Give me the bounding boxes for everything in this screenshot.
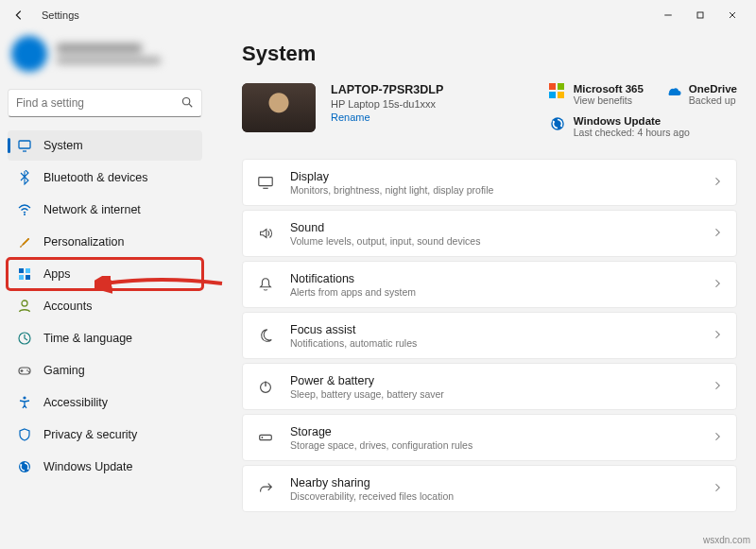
chevron-right-icon bbox=[712, 329, 723, 343]
card-display[interactable]: DisplayMonitors, brightness, night light… bbox=[242, 159, 737, 206]
card-title: Focus assist bbox=[290, 323, 417, 336]
status-update[interactable]: Windows UpdateLast checked: 4 hours ago bbox=[549, 115, 737, 138]
display-icon bbox=[256, 173, 275, 192]
card-power[interactable]: Power & batterySleep, battery usage, bat… bbox=[242, 363, 737, 410]
chevron-right-icon bbox=[712, 278, 723, 292]
status-title: OneDrive bbox=[689, 83, 737, 94]
card-sub: Storage space, drives, configuration rul… bbox=[290, 439, 472, 451]
device-info-row: LAPTOP-7PSR3DLP HP Laptop 15s-du1xxx Ren… bbox=[242, 83, 737, 138]
svg-rect-19 bbox=[549, 83, 556, 90]
power-icon bbox=[256, 377, 275, 396]
card-title: Power & battery bbox=[290, 374, 444, 387]
nav-list: System Bluetooth & devices Network & int… bbox=[8, 130, 202, 482]
sidebar-item-apps[interactable]: Apps bbox=[8, 259, 202, 289]
sidebar-item-label: System bbox=[43, 139, 83, 152]
maximize-icon bbox=[695, 9, 706, 21]
svg-rect-22 bbox=[558, 92, 564, 98]
status-onedrive[interactable]: OneDriveBacked up bbox=[664, 83, 737, 106]
chevron-right-icon bbox=[712, 176, 723, 190]
status-ms365[interactable]: Microsoft 365View benefits bbox=[549, 83, 644, 106]
close-icon bbox=[727, 9, 738, 21]
status-sub: Last checked: 4 hours ago bbox=[574, 127, 690, 138]
chevron-right-icon bbox=[712, 482, 723, 496]
sidebar-item-label: Gaming bbox=[43, 364, 85, 377]
card-storage[interactable]: StorageStorage space, drives, configurat… bbox=[242, 414, 737, 461]
sidebar-item-accessibility[interactable]: Accessibility bbox=[8, 387, 202, 418]
card-sub: Volume levels, output, input, sound devi… bbox=[290, 235, 480, 247]
sidebar-item-label: Network & internet bbox=[43, 203, 141, 216]
sidebar-item-label: Accessibility bbox=[43, 396, 108, 409]
sidebar-item-label: Accounts bbox=[43, 300, 92, 313]
apps-icon bbox=[17, 266, 32, 282]
titlebar: Settings bbox=[0, 0, 756, 30]
chevron-right-icon bbox=[712, 380, 723, 394]
onedrive-icon bbox=[664, 83, 681, 100]
search-box[interactable] bbox=[8, 89, 202, 117]
card-sub: Discoverability, received files location bbox=[290, 490, 454, 502]
sidebar-item-network[interactable]: Network & internet bbox=[8, 195, 202, 225]
sidebar-item-label: Bluetooth & devices bbox=[43, 171, 148, 184]
svg-rect-21 bbox=[549, 92, 556, 98]
accessibility-icon bbox=[17, 395, 32, 410]
card-title: Sound bbox=[290, 221, 480, 234]
search-input[interactable] bbox=[16, 96, 180, 110]
sidebar-item-label: Apps bbox=[43, 267, 71, 281]
sound-icon bbox=[256, 224, 275, 243]
sidebar-item-time[interactable]: Time & language bbox=[8, 323, 202, 353]
moon-icon bbox=[256, 326, 275, 345]
sidebar-item-personalization[interactable]: Personalization bbox=[8, 227, 202, 257]
sidebar-item-label: Time & language bbox=[43, 332, 132, 345]
bell-icon bbox=[256, 275, 275, 294]
update-icon bbox=[549, 115, 566, 132]
page-title: System bbox=[242, 42, 737, 66]
profile-block[interactable] bbox=[8, 30, 202, 81]
card-sub: Alerts from apps and system bbox=[290, 286, 416, 298]
close-button[interactable] bbox=[716, 2, 748, 28]
device-thumbnail bbox=[242, 83, 316, 132]
card-title: Display bbox=[290, 170, 493, 183]
card-sub: Notifications, automatic rules bbox=[290, 337, 417, 349]
brush-icon bbox=[17, 234, 32, 249]
user-icon bbox=[17, 299, 32, 314]
status-sub: View benefits bbox=[574, 94, 644, 106]
chevron-right-icon bbox=[712, 227, 723, 241]
sidebar-item-bluetooth[interactable]: Bluetooth & devices bbox=[8, 163, 202, 193]
shield-icon bbox=[17, 427, 32, 442]
card-sound[interactable]: SoundVolume levels, output, input, sound… bbox=[242, 210, 737, 257]
device-model: HP Laptop 15s-du1xxx bbox=[331, 98, 472, 110]
status-title: Windows Update bbox=[574, 115, 690, 127]
device-name: LAPTOP-7PSR3DLP bbox=[331, 83, 472, 96]
settings-card-list: DisplayMonitors, brightness, night light… bbox=[242, 159, 737, 512]
card-notifications[interactable]: NotificationsAlerts from apps and system bbox=[242, 261, 737, 308]
status-title: Microsoft 365 bbox=[574, 83, 644, 94]
watermark: wsxdn.com bbox=[703, 535, 750, 545]
sidebar-item-gaming[interactable]: Gaming bbox=[8, 355, 202, 386]
storage-icon bbox=[256, 428, 275, 447]
sidebar-item-system[interactable]: System bbox=[8, 130, 202, 161]
maximize-button[interactable] bbox=[684, 2, 716, 28]
sidebar: System Bluetooth & devices Network & int… bbox=[0, 30, 210, 549]
back-button[interactable] bbox=[8, 4, 30, 26]
avatar bbox=[11, 36, 47, 72]
sidebar-item-update[interactable]: Windows Update bbox=[8, 452, 202, 482]
card-title: Nearby sharing bbox=[290, 476, 454, 489]
minimize-button[interactable] bbox=[652, 2, 684, 28]
card-nearby-sharing[interactable]: Nearby sharingDiscoverability, received … bbox=[242, 465, 737, 512]
bluetooth-icon bbox=[17, 170, 32, 185]
share-icon bbox=[256, 479, 275, 498]
rename-link[interactable]: Rename bbox=[331, 112, 472, 123]
svg-rect-20 bbox=[558, 83, 564, 90]
clock-icon bbox=[17, 331, 32, 346]
wifi-icon bbox=[17, 202, 32, 217]
sidebar-item-privacy[interactable]: Privacy & security bbox=[8, 420, 202, 450]
sidebar-item-label: Windows Update bbox=[43, 460, 133, 473]
search-icon bbox=[180, 95, 194, 112]
update-icon bbox=[17, 459, 32, 474]
sidebar-item-label: Privacy & security bbox=[43, 428, 137, 441]
sidebar-item-accounts[interactable]: Accounts bbox=[8, 291, 202, 321]
window-title: Settings bbox=[42, 9, 79, 21]
card-sub: Monitors, brightness, night light, displ… bbox=[290, 184, 493, 196]
card-title: Notifications bbox=[290, 272, 416, 285]
card-focus-assist[interactable]: Focus assistNotifications, automatic rul… bbox=[242, 312, 737, 359]
sidebar-item-label: Personalization bbox=[43, 235, 124, 249]
